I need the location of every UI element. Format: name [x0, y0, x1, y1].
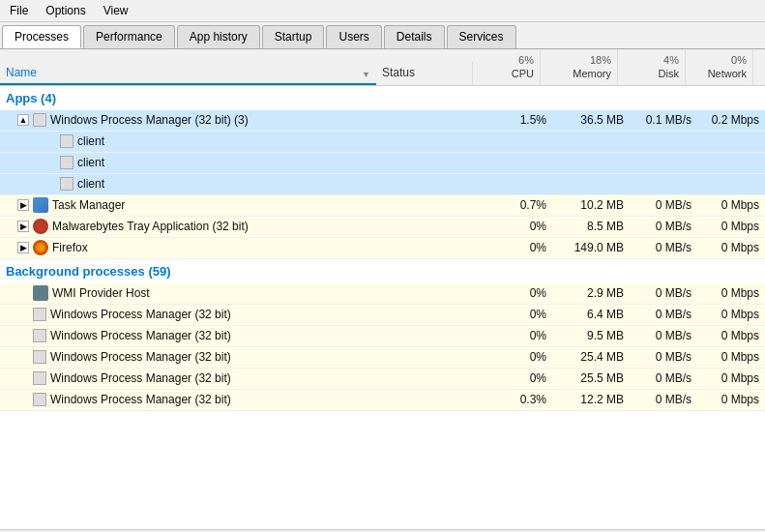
disk-cell: 0 MB/s [630, 285, 697, 301]
table-row[interactable]: Windows Process Manager (32 bit) 0% 25.5… [0, 369, 765, 390]
process-icon [33, 113, 46, 127]
cpu-cell: 0% [485, 285, 552, 301]
status-cell [388, 377, 485, 379]
expand-button[interactable]: ▶ [17, 242, 29, 253]
cpu-cell: 0.7% [485, 197, 552, 213]
process-name-cell: client [0, 155, 388, 170]
network-cell: 0 Mbps [697, 240, 765, 255]
status-cell [388, 119, 485, 121]
col-header-network[interactable]: 0% Network [686, 49, 753, 85]
table-row[interactable]: Windows Process Manager (32 bit) 0% 25.4… [0, 347, 765, 369]
table-header: Name ▼ Status 6% CPU 18% Memory 4% Disk … [0, 49, 765, 86]
table-row[interactable]: Windows Process Manager (32 bit) 0% 6.4 … [0, 305, 765, 326]
process-name-cell: Windows Process Manager (32 bit) [0, 370, 388, 386]
menu-bar: File Options View [0, 0, 765, 22]
cpu-cell: 0% [485, 240, 552, 255]
main-container: Name ▼ Status 6% CPU 18% Memory 4% Disk … [0, 49, 765, 529]
cpu-cell: 1.5% [485, 112, 552, 128]
process-icon [33, 308, 46, 321]
disk-cell: 0 MB/s [630, 307, 697, 322]
process-name-cell: ▲ Windows Process Manager (32 bit) (3) [0, 112, 388, 128]
tab-app-history[interactable]: App history [177, 25, 260, 48]
disk-cell: 0 MB/s [630, 219, 697, 234]
disk-cell: 0 MB/s [630, 328, 697, 343]
disk-cell [630, 162, 697, 163]
disk-cell [630, 140, 697, 142]
memory-cell: 36.5 MB [552, 112, 630, 128]
process-icon [33, 350, 46, 364]
process-icon [33, 240, 48, 255]
expand-button[interactable]: ▶ [17, 199, 29, 211]
memory-cell [552, 162, 630, 163]
status-cell [388, 140, 485, 142]
col-header-name[interactable]: Name ▼ [0, 62, 376, 85]
status-cell [388, 162, 485, 163]
table-row[interactable]: WMI Provider Host 0% 2.9 MB 0 MB/s 0 Mbp… [0, 283, 765, 305]
tab-processes[interactable]: Processes [2, 25, 81, 48]
process-icon [33, 393, 46, 406]
tab-details[interactable]: Details [384, 25, 445, 48]
process-name-cell: Windows Process Manager (32 bit) [0, 392, 388, 407]
section-apps-header: Apps (4) [0, 86, 765, 110]
tab-performance[interactable]: Performance [83, 25, 175, 48]
process-icon [33, 329, 46, 342]
disk-cell: 0 MB/s [630, 197, 697, 213]
network-cell [697, 183, 765, 185]
menu-view[interactable]: View [100, 2, 132, 19]
expand-button[interactable]: ▶ [17, 221, 29, 232]
cpu-cell [485, 162, 552, 163]
col-header-cpu[interactable]: 6% CPU [473, 49, 541, 85]
network-cell: 0 Mbps [697, 307, 765, 322]
cpu-cell: 0.3% [485, 392, 552, 407]
tab-users[interactable]: Users [326, 25, 381, 48]
process-icon [33, 371, 46, 385]
process-name-cell: Windows Process Manager (32 bit) [0, 328, 388, 343]
cpu-cell [485, 183, 552, 185]
memory-cell: 149.0 MB [552, 240, 630, 255]
disk-cell: 0.1 MB/s [630, 112, 697, 128]
table-row[interactable]: Windows Process Manager (32 bit) 0.3% 12… [0, 390, 765, 411]
table-body[interactable]: Apps (4) ▲ Windows Process Manager (32 b… [0, 86, 765, 529]
table-row[interactable]: ▶ Firefox 0% 149.0 MB 0 MB/s 0 Mbps [0, 238, 765, 259]
memory-cell: 12.2 MB [552, 392, 630, 407]
expand-button[interactable]: ▲ [17, 114, 29, 126]
tab-services[interactable]: Services [447, 25, 516, 48]
table-row[interactable]: client [0, 153, 765, 174]
table-row[interactable]: client [0, 132, 765, 153]
sort-arrow: ▼ [362, 70, 370, 79]
tab-startup[interactable]: Startup [262, 25, 325, 48]
status-cell [388, 183, 485, 185]
table-row[interactable]: client [0, 174, 765, 195]
table-row[interactable]: ▶ Task Manager 0.7% 10.2 MB 0 MB/s 0 Mbp… [0, 195, 765, 217]
disk-cell: 0 MB/s [630, 392, 697, 407]
status-cell [388, 204, 485, 206]
process-name-cell: ▶ Malwarebytes Tray Application (32 bit) [0, 218, 388, 235]
menu-options[interactable]: Options [42, 2, 89, 19]
memory-cell: 25.4 MB [552, 349, 630, 365]
memory-cell: 2.9 MB [552, 285, 630, 301]
network-cell: 0 Mbps [697, 392, 765, 407]
col-header-memory[interactable]: 18% Memory [541, 49, 618, 85]
network-cell: 0 Mbps [697, 219, 765, 234]
memory-cell [552, 140, 630, 142]
process-name-cell: ▶ Firefox [0, 239, 388, 256]
col-header-status[interactable]: Status [376, 62, 473, 85]
cpu-cell: 0% [485, 349, 552, 365]
process-name-cell: ▶ Task Manager [0, 196, 388, 214]
table-row[interactable]: ▲ Windows Process Manager (32 bit) (3) 1… [0, 110, 765, 132]
process-icon [60, 134, 74, 148]
process-name-cell: Windows Process Manager (32 bit) [0, 349, 388, 365]
cpu-cell [485, 140, 552, 142]
memory-cell: 25.5 MB [552, 370, 630, 386]
menu-file[interactable]: File [6, 2, 32, 19]
network-cell: 0 Mbps [697, 370, 765, 386]
network-cell: 0 Mbps [697, 328, 765, 343]
table-row[interactable]: ▶ Malwarebytes Tray Application (32 bit)… [0, 217, 765, 238]
network-cell [697, 140, 765, 142]
col-header-disk[interactable]: 4% Disk [618, 49, 686, 85]
memory-cell: 8.5 MB [552, 219, 630, 234]
table-row[interactable]: Windows Process Manager (32 bit) 0% 9.5 … [0, 326, 765, 347]
process-name-cell: WMI Provider Host [0, 284, 388, 302]
tab-bar: Processes Performance App history Startu… [0, 22, 765, 49]
process-icon [33, 219, 48, 234]
